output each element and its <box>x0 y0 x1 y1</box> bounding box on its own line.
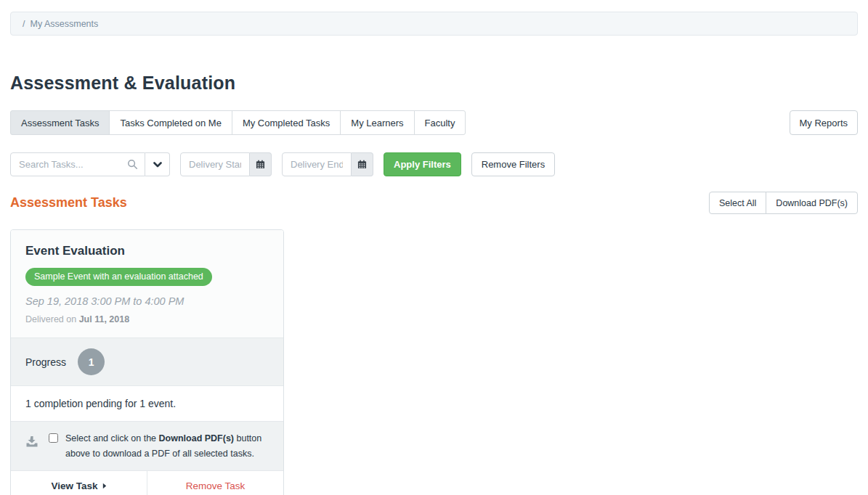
search-icon <box>127 159 138 170</box>
calendar-icon <box>357 160 367 169</box>
page: / My Assessments Assessment & Evaluation… <box>0 12 868 495</box>
breadcrumb-current[interactable]: My Assessments <box>30 19 98 29</box>
delivery-end-calendar-addon[interactable] <box>352 152 373 176</box>
page-title: Assessment & Evaluation <box>10 73 858 94</box>
search-group <box>10 152 170 176</box>
section-header-row: Assessment Tasks Select All Download PDF… <box>10 192 858 214</box>
delivery-end-box <box>282 152 352 176</box>
download-note-bold: Download PDF(s) <box>159 433 234 443</box>
select-task-checkbox[interactable] <box>49 433 58 443</box>
progress-label: Progress <box>25 356 66 368</box>
card-header: Event Evaluation Sample Event with an ev… <box>11 230 283 338</box>
select-all-button[interactable]: Select All <box>709 192 766 214</box>
download-section: Select and click on the Download PDF(s) … <box>11 421 283 470</box>
task-title: Event Evaluation <box>25 244 269 258</box>
filter-row: Apply Filters Remove Filters <box>10 152 858 176</box>
search-input[interactable] <box>19 159 127 170</box>
search-box <box>10 152 145 176</box>
calendar-icon <box>256 160 265 169</box>
pdf-actions-group: Select All Download PDF(s) <box>709 192 858 214</box>
progress-count-badge[interactable]: 1 <box>78 348 105 375</box>
delivered-prefix: Delivered on <box>25 314 79 324</box>
apply-filters-button[interactable]: Apply Filters <box>384 152 461 176</box>
delivery-start-input[interactable] <box>189 159 241 170</box>
tab-tasks-completed-on-me[interactable]: Tasks Completed on Me <box>109 110 232 135</box>
download-note-pre: Select and click on the <box>65 433 159 443</box>
remove-task-button[interactable]: Remove Task <box>147 471 283 495</box>
event-badge: Sample Event with an evaluation attached <box>25 268 212 286</box>
tab-faculty[interactable]: Faculty <box>414 110 466 135</box>
breadcrumb: / My Assessments <box>10 12 858 36</box>
remove-filters-button[interactable]: Remove Filters <box>471 152 555 176</box>
card-footer: View Task Remove Task <box>11 470 283 495</box>
my-reports-button[interactable]: My Reports <box>790 110 858 135</box>
delivered-line: Delivered on Jul 11, 2018 <box>25 314 269 324</box>
download-icon <box>25 435 38 448</box>
caret-right-icon <box>102 483 107 489</box>
completion-status: 1 completion pending for 1 event. <box>11 386 283 421</box>
event-time: Sep 19, 2018 3:00 PM to 4:00 PM <box>25 295 269 307</box>
delivered-date: Jul 11, 2018 <box>79 314 130 324</box>
tab-my-learners[interactable]: My Learners <box>340 110 414 135</box>
search-options-dropdown-button[interactable] <box>145 152 170 176</box>
download-pdfs-button[interactable]: Download PDF(s) <box>766 192 858 214</box>
tab-group: Assessment Tasks Tasks Completed on Me M… <box>10 110 466 135</box>
section-heading: Assessment Tasks <box>10 195 127 210</box>
tab-assessment-tasks[interactable]: Assessment Tasks <box>10 110 110 135</box>
view-task-button[interactable]: View Task <box>11 471 147 495</box>
breadcrumb-separator: / <box>23 19 25 29</box>
chevron-down-icon <box>153 162 162 168</box>
tab-my-completed-tasks[interactable]: My Completed Tasks <box>232 110 341 135</box>
delivery-start-group <box>180 152 272 176</box>
tabs-row: Assessment Tasks Tasks Completed on Me M… <box>10 110 858 135</box>
assessment-task-card: Event Evaluation Sample Event with an ev… <box>10 229 284 495</box>
delivery-end-group <box>282 152 373 176</box>
delivery-start-calendar-addon[interactable] <box>250 152 272 176</box>
download-note: Select and click on the Download PDF(s) … <box>65 431 273 461</box>
delivery-end-input[interactable] <box>291 159 343 170</box>
view-task-label: View Task <box>51 480 97 491</box>
delivery-start-box <box>180 152 250 176</box>
progress-section: Progress 1 <box>11 338 283 386</box>
